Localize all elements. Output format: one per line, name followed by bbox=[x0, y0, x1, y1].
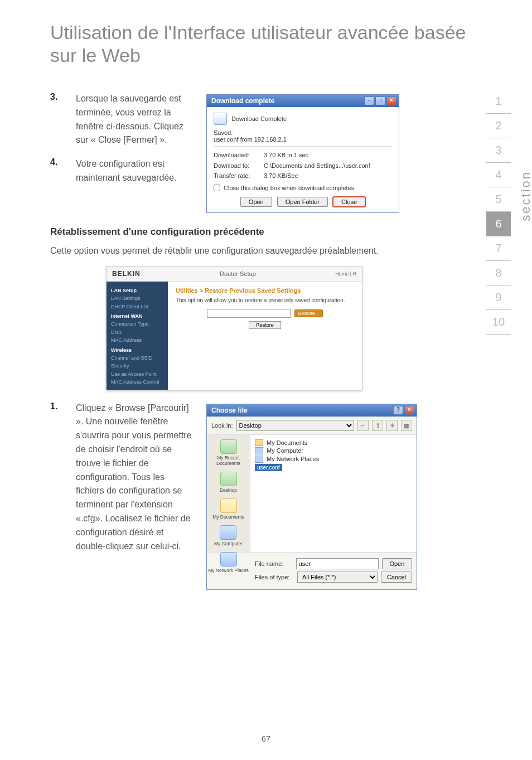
file-cancel-button[interactable]: Cancel bbox=[381, 572, 412, 583]
file-mydocs[interactable]: My Documents bbox=[255, 439, 412, 446]
dialog-title: Download complete bbox=[211, 97, 274, 105]
step-1-number: 1. bbox=[50, 401, 76, 554]
sidebar-channel-ssid[interactable]: Channel and SSID bbox=[111, 354, 163, 362]
sidebar-lan-settings[interactable]: LAN Settings bbox=[111, 294, 163, 302]
filetype-label: Files of type: bbox=[255, 574, 294, 580]
close-window-button[interactable]: × bbox=[386, 96, 396, 105]
transfer-rate-value: 3.70 KB/Sec bbox=[264, 172, 298, 179]
section-6[interactable]: 6 bbox=[486, 212, 511, 236]
filetype-select[interactable]: All Files (*.*) bbox=[297, 572, 378, 583]
router-file-input[interactable] bbox=[207, 309, 291, 318]
router-browse-button[interactable]: Browse... bbox=[294, 309, 323, 317]
router-home-link[interactable]: Home | H bbox=[335, 271, 356, 277]
dialog-titlebar: Download complete – □ × bbox=[207, 95, 399, 107]
sidebar-internet-wan[interactable]: Internet WAN bbox=[111, 312, 163, 320]
close-button[interactable]: Close bbox=[333, 197, 365, 207]
router-brand: BELKIN bbox=[112, 270, 141, 278]
router-setup-screenshot: BELKIN Router Setup Home | H LAN Setup L… bbox=[106, 266, 362, 390]
sidebar-conn-type[interactable]: Connection Type bbox=[111, 320, 163, 328]
page-title: Utilisation de l'Interface utilisateur a… bbox=[50, 21, 482, 67]
side-mydocs[interactable]: My Documents bbox=[212, 498, 244, 520]
sidebar-dns[interactable]: DNS bbox=[111, 328, 163, 336]
up-icon[interactable]: ⇧ bbox=[372, 420, 383, 431]
section-9[interactable]: 9 bbox=[486, 285, 511, 310]
side-mynet[interactable]: My Network Places bbox=[208, 552, 249, 573]
divider bbox=[214, 146, 392, 147]
page-number: 67 bbox=[262, 734, 271, 743]
computer-icon bbox=[255, 447, 263, 454]
file-open-button[interactable]: Open bbox=[382, 558, 412, 569]
minimize-button[interactable]: – bbox=[364, 96, 374, 105]
router-sidebar: LAN Setup LAN Settings DHCP Client List … bbox=[107, 282, 168, 390]
restore-paragraph: Cette option vous permet de rétablir une… bbox=[50, 244, 435, 258]
sidebar-mac[interactable]: MAC Address bbox=[111, 336, 163, 344]
filename-label: File name: bbox=[255, 560, 293, 567]
router-breadcrumb: Utilities > Restore Previous Saved Setti… bbox=[176, 287, 354, 294]
step-4-number: 4. bbox=[50, 157, 76, 185]
download-complete-dialog: Download complete – □ × Download Complet… bbox=[206, 94, 399, 213]
download-header-text: Download Complete bbox=[231, 115, 287, 122]
section-7[interactable]: 7 bbox=[486, 236, 511, 261]
file-icon: user.conf bbox=[255, 464, 282, 471]
step-3-number: 3. bbox=[50, 92, 76, 147]
sidebar-security[interactable]: Security bbox=[111, 362, 163, 370]
folder-icon bbox=[255, 439, 263, 446]
section-4[interactable]: 4 bbox=[486, 163, 511, 187]
views-icon[interactable]: ▦ bbox=[401, 420, 412, 431]
sidebar-access-point[interactable]: Use as Access Point bbox=[111, 370, 163, 378]
choose-file-dialog: Choose file ? × Look in: Desktop ← ⇧ ✳ ▦ bbox=[206, 404, 417, 590]
transfer-rate-key: Transfer rate: bbox=[214, 171, 264, 181]
section-1[interactable]: 1 bbox=[486, 89, 511, 114]
sidebar-dhcp[interactable]: DHCP Client List bbox=[111, 303, 163, 311]
side-mycomp[interactable]: My Computer bbox=[214, 525, 243, 546]
maximize-button[interactable]: □ bbox=[375, 96, 385, 105]
downloaded-value: 3.70 KB in 1 sec bbox=[264, 152, 308, 158]
section-rail: 1 2 3 4 5 6 7 8 9 10 bbox=[486, 89, 511, 335]
open-folder-button[interactable]: Open Folder bbox=[277, 197, 328, 207]
close-on-complete-label: Close this dialog box when download comp… bbox=[224, 185, 354, 191]
section-10[interactable]: 10 bbox=[486, 310, 511, 335]
choose-title: Choose file bbox=[211, 406, 248, 414]
section-label: section bbox=[519, 171, 532, 221]
open-button[interactable]: Open bbox=[240, 197, 272, 207]
file-mynet[interactable]: My Network Places bbox=[255, 456, 412, 463]
side-desktop[interactable]: Desktop bbox=[220, 472, 237, 493]
lookin-label: Look in: bbox=[211, 422, 233, 429]
saved-value: user.conf from 192.168.2.1 bbox=[214, 136, 392, 143]
close-on-complete-checkbox[interactable] bbox=[214, 185, 220, 191]
section-2[interactable]: 2 bbox=[486, 114, 511, 138]
side-recent[interactable]: My Recent Documents bbox=[207, 439, 250, 466]
step-3-text: Lorsque la sauvegarde est terminée, vous… bbox=[76, 92, 195, 147]
file-mycomp[interactable]: My Computer bbox=[255, 447, 412, 454]
back-icon[interactable]: ← bbox=[357, 420, 369, 431]
restore-subheading: Rétablissement d'une configuration précé… bbox=[50, 226, 435, 238]
download-to-value: C:\Documents and Settings...\user.conf bbox=[264, 162, 370, 169]
sidebar-wireless[interactable]: Wireless bbox=[111, 346, 163, 354]
saved-label: Saved: bbox=[214, 129, 233, 136]
section-3[interactable]: 3 bbox=[486, 138, 511, 163]
sidebar-lan-setup[interactable]: LAN Setup bbox=[111, 287, 163, 294]
network-icon bbox=[255, 456, 263, 463]
download-icon bbox=[214, 113, 227, 125]
section-5[interactable]: 5 bbox=[486, 187, 511, 212]
lookin-select[interactable]: Desktop bbox=[236, 420, 354, 431]
file-userconf[interactable]: user.conf bbox=[255, 464, 412, 471]
downloaded-key: Downloaded: bbox=[214, 150, 264, 161]
router-title: Router Setup bbox=[220, 270, 256, 277]
download-to-key: Download to: bbox=[214, 161, 264, 171]
step-4-text: Votre configuration est maintenant sauve… bbox=[76, 157, 195, 185]
section-8[interactable]: 8 bbox=[486, 261, 511, 285]
new-folder-icon[interactable]: ✳ bbox=[386, 420, 398, 431]
router-description: This option will allow you to restore a … bbox=[176, 297, 354, 303]
filename-input[interactable] bbox=[296, 558, 379, 569]
choose-close-button[interactable]: × bbox=[404, 406, 414, 415]
router-restore-button[interactable]: Restore bbox=[249, 321, 281, 329]
step-1-text: Cliquez « Browse [Parcourir] ». Une nouv… bbox=[76, 401, 195, 554]
sidebar-mac-control[interactable]: MAC Address Control bbox=[111, 378, 163, 386]
choose-help-button[interactable]: ? bbox=[393, 406, 403, 415]
main-content: 3. Lorsque la sauvegarde est terminée, v… bbox=[50, 92, 435, 590]
